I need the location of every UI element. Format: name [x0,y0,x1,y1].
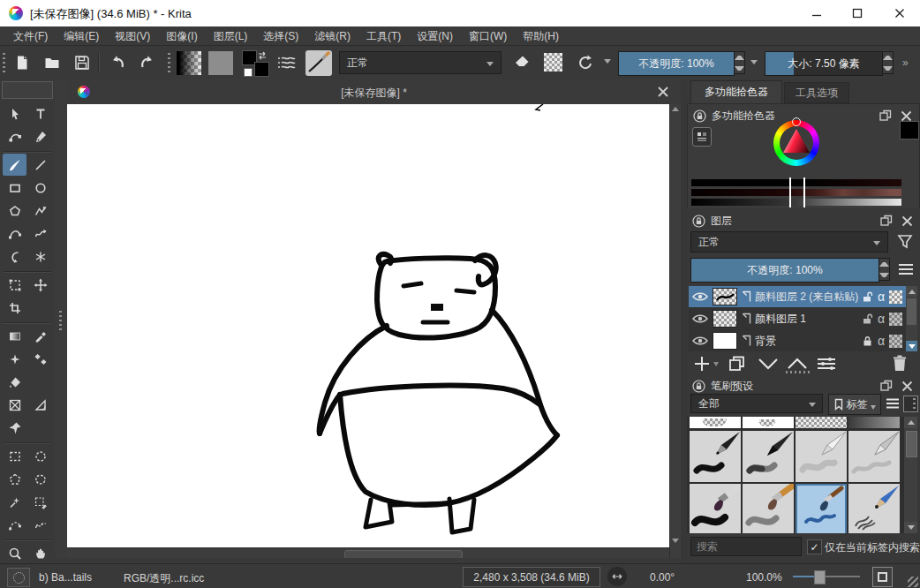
layer-alpha-lock-icon[interactable]: α [878,290,885,304]
color-bar-marker[interactable] [789,177,805,207]
statusbar-brush-name[interactable]: b) Ba...tails [39,571,92,584]
size-spinner[interactable] [882,51,894,74]
edit-brush-settings-button[interactable] [305,50,332,76]
menu-window[interactable]: 窗口(W) [461,26,515,46]
tool-fill[interactable] [3,371,26,393]
preset-scroll-up[interactable] [904,417,917,428]
presets-display-mode-button[interactable] [903,396,918,412]
tool-similar-color-select[interactable] [28,491,52,513]
layers-lock-icon[interactable] [692,215,705,228]
menu-help[interactable]: 帮助(H) [515,26,567,46]
tool-assistants[interactable] [28,394,52,416]
brush-preset-wet-brush[interactable] [743,484,794,533]
tool-smart-patch[interactable] [3,348,26,370]
tab-tool-options[interactable]: 工具选项 [784,82,849,103]
tool-polygon-select[interactable] [3,468,26,490]
brush-preset-silver-pen[interactable] [848,431,900,482]
swap-colors-icon[interactable] [257,50,268,61]
layer-visible-icon[interactable] [692,291,708,302]
new-document-button[interactable] [11,52,34,73]
menu-view[interactable]: 视图(V) [107,26,158,46]
eraser-mode-button[interactable] [510,52,533,73]
preset-filter-dropdown[interactable]: 全部 [690,394,823,413]
menu-layer[interactable]: 图层(L) [206,26,256,46]
brush-size-slider[interactable]: 大小: 7.50 像素 [765,51,883,76]
tool-enclose-fill[interactable] [3,394,26,416]
layer-list-scrollbar[interactable] [906,286,917,351]
layer-opacity-spinner[interactable] [879,258,890,281]
background-color-swatch[interactable] [254,62,269,77]
layer-inherit-alpha-icon[interactable] [889,335,902,348]
pattern-chooser[interactable] [208,51,233,75]
add-layer-button[interactable] [693,355,711,373]
tags-button[interactable]: 标签 [828,394,881,415]
layer-lock-icon[interactable] [862,290,873,303]
layer-alpha-lock-icon[interactable]: α [878,312,885,326]
tool-transform[interactable] [3,274,26,296]
preset-scroll-down[interactable] [904,522,917,533]
search-in-tag-checkbox[interactable]: ✓ [807,539,822,554]
tool-pan[interactable] [28,542,52,564]
presets-float-icon[interactable] [880,380,893,392]
zoom-slider-handle[interactable] [814,570,826,584]
brush-preset-partial[interactable] [796,417,847,428]
tool-text[interactable] [28,102,52,124]
layer-visible-icon[interactable] [692,313,708,324]
layer-thumbnail[interactable] [713,332,737,350]
preset-search-input[interactable]: 搜索 [690,537,802,556]
brush-preset-ink-pen[interactable] [690,431,741,482]
preset-grid-scrollbar[interactable] [904,417,917,533]
open-document-button[interactable] [41,52,64,73]
tool-color-sampler[interactable] [28,325,52,347]
minimize-button[interactable] [796,0,837,26]
presets-close-icon[interactable] [901,381,913,392]
tool-dynamic-brush[interactable] [3,245,26,268]
tool-polyline[interactable] [28,200,52,222]
reload-preset-button[interactable] [574,52,597,73]
menu-file[interactable]: 文件(F) [5,26,56,46]
undo-button[interactable] [106,52,129,73]
layer-thumbnail[interactable] [713,310,737,328]
canvas-surface[interactable] [67,104,669,547]
vscroll-down-arrow[interactable] [672,539,679,543]
tool-rect-select[interactable] [3,445,26,467]
layers-float-icon[interactable] [880,215,893,227]
brush-preset-partial[interactable] [743,417,794,428]
save-button[interactable] [71,52,94,73]
layer-lock-closed-icon[interactable] [862,335,873,347]
layer-scroll-thumb[interactable] [907,298,916,325]
layer-filter-icon[interactable] [895,232,915,252]
layer-row-paint2[interactable]: 颜料图层 2 (来自粘贴) α [689,286,906,307]
preserve-alpha-button[interactable] [544,53,562,72]
reset-colors-swatch[interactable] [244,68,253,77]
menu-image[interactable]: 图像(I) [158,26,205,46]
layer-scroll-up[interactable] [906,286,917,297]
brush-preset-pencil[interactable] [848,484,900,533]
presets-menu-icon[interactable] [885,396,901,411]
tool-bezier-select[interactable] [3,514,26,536]
docker-lock-icon[interactable] [693,109,706,123]
layer-scroll-down[interactable] [906,341,917,351]
brush-preset-watercolor-selected[interactable] [796,484,847,533]
tool-line[interactable] [28,154,52,176]
resize-grip[interactable] [908,577,918,587]
hue-marker[interactable] [792,117,801,126]
brush-preset-marker[interactable] [743,431,794,482]
tool-select-shapes[interactable] [3,102,26,124]
layers-close-icon[interactable] [901,215,913,227]
layer-thumbnail[interactable] [713,288,737,305]
right-splitter[interactable] [681,79,687,563]
toolbar-overflow-chevron[interactable]: » [902,57,909,69]
menu-filter[interactable]: 滤镜(R) [306,26,358,46]
tool-contiguous-select[interactable] [3,491,26,513]
toolbar-drag-handle2[interactable] [168,53,170,72]
selection-display-mode-button[interactable] [7,568,30,587]
tool-ellipse-select[interactable] [28,445,52,467]
opacity-slider[interactable]: 不透明度: 100% [618,51,735,76]
brush-preset-partial[interactable] [848,417,900,428]
tool-magnetic-select[interactable] [28,514,52,536]
layer-row-paint1[interactable]: 颜料图层 1 α [689,308,906,329]
opacity-options-caret[interactable] [750,60,758,64]
tool-rectangle[interactable] [3,177,26,199]
blending-mode-dropdown[interactable]: 正常 [339,51,501,74]
